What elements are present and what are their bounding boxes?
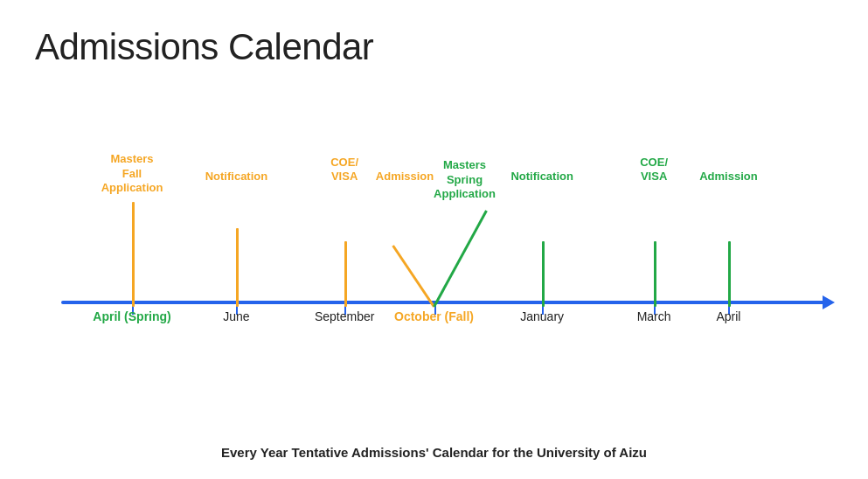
event-label-masters-fall-app: MastersFallApplication bbox=[101, 152, 163, 195]
event-line-notification-fall bbox=[236, 228, 239, 307]
svg-line-0 bbox=[393, 246, 434, 307]
axis-arrow bbox=[823, 295, 835, 309]
tick-label-march: March bbox=[637, 309, 671, 323]
event-line-admission-spring bbox=[728, 241, 731, 307]
tick-label-april-spring: April (Spring) bbox=[93, 309, 170, 323]
event-label-admission-spring: Admission bbox=[699, 170, 757, 184]
tick-label-september: September bbox=[315, 309, 374, 323]
event-label-notification-spring: Notification bbox=[510, 170, 573, 184]
event-line-coe-visa-fall bbox=[344, 241, 347, 307]
event-label-notification-fall: Notification bbox=[205, 170, 268, 184]
event-line-masters-spring-app bbox=[61, 77, 807, 374]
timeline-axis bbox=[61, 301, 824, 304]
footer-text: Every Year Tentative Admissions' Calenda… bbox=[0, 445, 868, 460]
tick-label-october-fall: October (Fall) bbox=[394, 309, 474, 323]
tick-label-january: January bbox=[520, 309, 564, 323]
svg-line-1 bbox=[434, 211, 487, 307]
event-line-masters-fall-app bbox=[132, 202, 135, 307]
event-label-coe-visa-spring: COE/VISA bbox=[640, 156, 668, 184]
page-title: Admissions Calendar bbox=[35, 26, 833, 68]
chart-area: April (Spring)JuneSeptemberOctober (Fall… bbox=[35, 77, 833, 374]
event-label-coe-visa-fall: COE/VISA bbox=[330, 156, 358, 184]
event-label-admission-fall: Admission bbox=[376, 170, 434, 184]
tick-label-april: April bbox=[716, 309, 740, 323]
tick-label-june: June bbox=[223, 309, 249, 323]
event-line-admission-fall bbox=[61, 77, 807, 374]
event-line-coe-visa-spring bbox=[654, 241, 656, 307]
event-line-notification-spring bbox=[542, 241, 545, 307]
page: Admissions Calendar April (Spring)JuneSe… bbox=[0, 0, 868, 479]
event-label-masters-spring-app: MastersSpringApplication bbox=[434, 158, 496, 201]
